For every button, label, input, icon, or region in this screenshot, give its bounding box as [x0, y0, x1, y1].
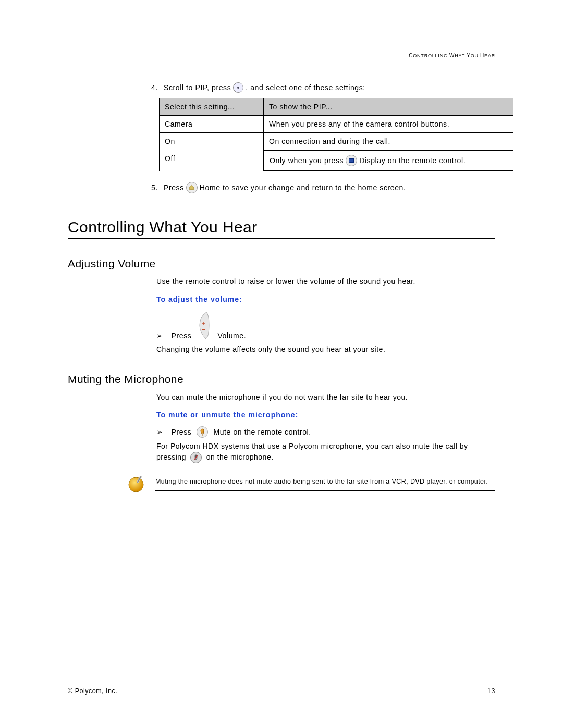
muting-p2: For Polycom HDX systems that use a Polyc… — [156, 441, 495, 463]
bullet-arrow-icon: ➢ — [156, 428, 163, 436]
adjusting-volume-note: Changing the volume affects only the sou… — [156, 344, 495, 354]
volume-bullet-text-b: Volume. — [217, 331, 246, 340]
step-5-text-a: Press — [164, 183, 184, 192]
table-cell: Off — [160, 150, 264, 171]
step-4-number: 4. — [151, 83, 164, 92]
page-footer: © Polycom, Inc. 13 — [68, 687, 495, 695]
section-heading: Controlling What You Hear — [68, 218, 495, 239]
table-cell-text-a: Only when you press — [270, 156, 344, 165]
mute-bullet-text-a: Press — [172, 428, 192, 436]
table-row: On On connection and during the call. — [160, 133, 513, 150]
step-4: 4. Scroll to PIP, press , and select one… — [151, 82, 495, 93]
footer-copyright: © Polycom, Inc. — [68, 687, 117, 695]
pushpin-note-icon — [125, 473, 147, 495]
table-header-pip: To show the PIP... — [264, 98, 513, 116]
bullet-arrow-icon: ➢ — [156, 331, 163, 340]
display-button-icon — [346, 155, 357, 166]
table-row: Camera When you press any of the camera … — [160, 116, 513, 133]
step-4-text-a: Scroll to PIP, press — [164, 83, 231, 92]
footer-page-number: 13 — [487, 687, 495, 695]
muting-intro: You can mute the microphone if you do no… — [156, 392, 495, 402]
table-cell: On — [160, 133, 264, 150]
step-5: 5. Press Home to save your change and re… — [151, 182, 495, 193]
pip-settings-table: Select this setting... To show the PIP..… — [159, 98, 513, 171]
subheading-adjusting-volume: Adjusting Volume — [68, 257, 495, 270]
table-cell-text-b: Display on the remote control. — [359, 156, 466, 165]
microphone-mute-icon — [190, 452, 202, 463]
step-5-text-b: Home to save your change and return to t… — [200, 183, 406, 192]
mute-bullet-text-b: Mute on the remote control. — [213, 428, 311, 436]
procedure-heading-adjust-volume: To adjust the volume: — [156, 295, 495, 303]
procedure-heading-mute: To mute or unmute the microphone: — [156, 411, 495, 419]
volume-bullet-text-a: Press — [172, 331, 192, 340]
table-header-setting: Select this setting... — [160, 98, 264, 116]
note-row: Muting the microphone does not mute audi… — [125, 473, 495, 495]
mute-bullet: ➢ Press Mute on the remote control. — [156, 426, 495, 438]
svg-point-5 — [129, 477, 143, 492]
table-cell: On connection and during the call. — [264, 133, 513, 150]
svg-point-1 — [201, 429, 204, 433]
note-text: Muting the microphone does not mute audi… — [155, 473, 495, 491]
table-row: Off Only when you press Display on the r… — [160, 150, 513, 171]
subheading-muting-microphone: Muting the Microphone — [68, 373, 495, 386]
svg-rect-0 — [202, 329, 205, 330]
mute-button-icon — [197, 426, 208, 438]
volume-rocker-icon — [197, 311, 212, 340]
volume-bullet: ➢ Press Volume. — [156, 311, 495, 340]
home-button-icon — [186, 182, 198, 193]
table-cell: Camera — [160, 116, 264, 133]
table-cell: When you press any of the camera control… — [264, 116, 513, 133]
step-5-number: 5. — [151, 183, 164, 192]
step-4-text-b: , and select one of these settings: — [246, 83, 365, 92]
adjusting-volume-intro: Use the remote control to raise or lower… — [156, 276, 495, 287]
muting-p2-text-b: on the microphone. — [206, 453, 274, 461]
muting-p2-text-a: For Polycom HDX systems that use a Polyc… — [156, 442, 468, 461]
select-button-icon — [233, 82, 243, 93]
table-cell: Only when you press Display on the remot… — [264, 150, 513, 171]
running-header: CONTROLLING WHAT YOU HEAR — [409, 52, 495, 58]
